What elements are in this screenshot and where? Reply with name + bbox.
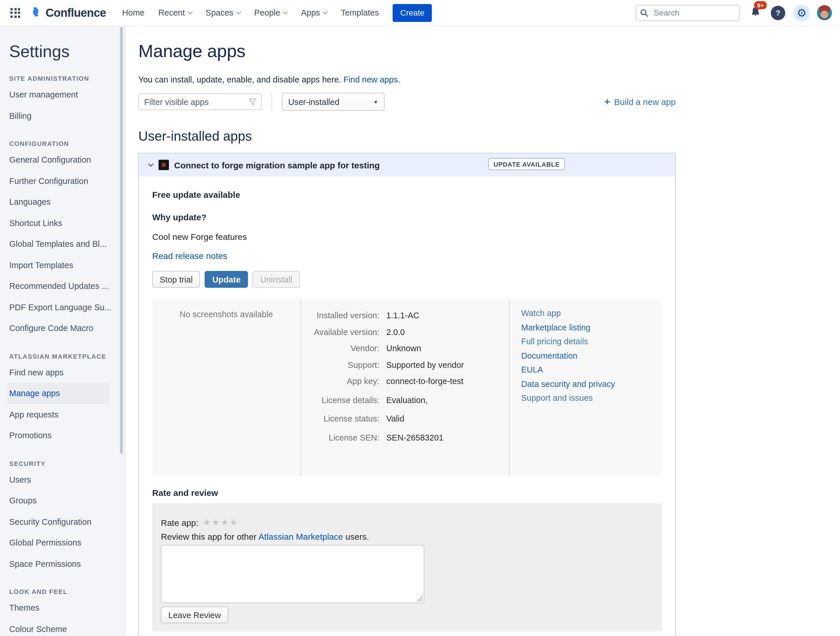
settings-sidebar: Settings Site administration User manage… [0,26,125,636]
toolbar-divider [272,93,272,110]
funnel-icon [248,98,257,106]
sidebar-item-space-permissions[interactable]: Space Permissions [9,553,125,574]
sidebar-item-recommended-updates[interactable]: Recommended Updates ... [9,276,125,297]
find-new-apps-link[interactable]: Find new apps. [344,75,400,84]
chevron-down-icon [323,9,328,14]
sidebar-item-billing[interactable]: Billing [9,105,125,126]
section-atlassian-marketplace: Atlassian Marketplace [9,353,125,360]
nav-people[interactable]: People [254,8,287,17]
primary-nav: Home Recent Spaces People Apps Templates… [122,4,432,22]
watch-app-link[interactable]: Watch app [521,308,561,318]
confluence-logo[interactable]: Confluence [29,5,106,20]
marketplace-listing-link[interactable]: Marketplace listing [521,323,591,332]
uninstall-button[interactable]: Uninstall [253,271,300,288]
review-textarea[interactable] [161,545,424,603]
notification-count-badge: 9+ [754,1,767,9]
read-release-notes-link[interactable]: Read release notes [152,251,227,260]
detail-row: Support:Supported by vendor [309,360,509,377]
app-panel-header[interactable]: ✖ Connect to forge migration sample app … [139,153,675,177]
app-action-buttons: Stop trial Update Uninstall [152,271,662,288]
nav-spaces[interactable]: Spaces [205,8,240,17]
full-pricing-details-link[interactable]: Full pricing details [521,337,588,346]
sidebar-item-further-configuration[interactable]: Further Configuration [9,170,125,191]
detail-row: Vendor:Unknown [309,344,509,360]
detail-row: Installed version:1.1.1-AC [309,311,509,327]
nav-apps[interactable]: Apps [301,8,327,17]
eula-link[interactable]: EULA [521,365,543,374]
why-update-heading: Why update? [152,212,662,222]
sidebar-item-groups[interactable]: Groups [9,490,125,511]
chevron-down-icon [283,9,288,14]
nav-home[interactable]: Home [122,8,144,17]
search-icon [640,8,649,17]
rate-app-label: Rate app: [161,518,198,527]
sidebar-item-general-configuration[interactable]: General Configuration [9,149,125,170]
chevron-down-icon [236,9,241,14]
detail-row: License status:Valid [309,414,509,431]
help-button[interactable]: ? [771,5,785,20]
sidebar-item-promotions[interactable]: Promotions [9,425,125,446]
nav-templates[interactable]: Templates [341,8,379,17]
apps-toolbar: User-installed ▼ + Build a new app [138,93,676,111]
sidebar-item-user-management[interactable]: User management [9,84,125,105]
sidebar-title: Settings [9,42,125,61]
build-new-app-link[interactable]: + Build a new app [605,96,676,107]
detail-row: License SEN:SEN-26583201 [309,433,509,449]
sidebar-item-import-templates[interactable]: Import Templates [9,254,125,276]
section-security: Security [9,460,125,467]
sidebar-item-global-templates[interactable]: Global Templates and Bl... [9,234,125,254]
sidebar-item-languages[interactable]: Languages [9,191,125,213]
stop-trial-button[interactable]: Stop trial [152,271,200,288]
question-mark-icon: ? [776,8,780,17]
confluence-admin-page: Confluence Home Recent Spaces People App… [0,0,840,636]
sidebar-scrollbar[interactable] [120,27,123,454]
page-title: Manage apps [138,41,840,62]
update-button[interactable]: Update [205,271,248,288]
leave-review-button[interactable]: Leave Review [161,607,228,623]
logo-wordmark: Confluence [46,6,106,19]
sidebar-item-themes[interactable]: Themes [9,597,125,619]
app-switcher-icon[interactable] [10,8,20,17]
screenshots-column: No screenshots available [152,299,301,476]
detail-row: License details:Evaluation, [309,395,509,412]
nav-recent[interactable]: Recent [158,8,192,17]
gear-icon: ⚙ [797,6,807,19]
plus-icon: + [605,96,610,107]
sidebar-item-security-configuration[interactable]: Security Configuration [9,511,125,532]
section-site-administration: Site administration [9,75,125,82]
section-configuration: Configuration [9,140,125,147]
notifications-button[interactable]: 9+ [750,5,762,20]
user-installed-apps-title: User-installed apps [138,129,840,144]
create-button[interactable]: Create [393,4,432,22]
support-and-issues-link[interactable]: Support and issues [521,393,593,402]
global-search [635,4,740,21]
confluence-logo-icon [29,5,46,20]
user-avatar[interactable] [817,5,832,20]
sidebar-item-pdf-export-language[interactable]: PDF Export Language Su... [9,297,125,318]
sidebar-item-global-permissions[interactable]: Global Permissions [9,532,125,553]
intro-text: You can install, update, enable, and dis… [138,75,840,84]
app-icon: ✖ [159,160,169,170]
documentation-link[interactable]: Documentation [521,351,577,360]
app-filter-select[interactable]: User-installed ▼ [282,93,385,111]
section-look-and-feel: Look and Feel [9,588,125,595]
rating-stars[interactable]: ★★★★ [203,517,239,528]
sidebar-item-shortcut-links[interactable]: Shortcut Links [9,213,125,234]
app-info-column: Installed version:1.1.1-AC Available ver… [301,299,510,476]
sidebar-item-configure-code-macro[interactable]: Configure Code Macro [9,318,125,339]
search-input[interactable] [635,4,740,21]
chevron-down-icon [188,9,193,14]
sidebar-item-find-new-apps[interactable]: Find new apps [9,362,125,383]
data-security-privacy-link[interactable]: Data security and privacy [521,379,615,388]
sidebar-item-manage-apps[interactable]: Manage apps [7,383,109,404]
update-available-badge: UPDATE AVAILABLE [488,158,565,170]
chevron-down-icon[interactable] [148,161,154,167]
main-content: Manage apps You can install, update, ena… [125,26,840,636]
settings-button[interactable]: ⚙ [793,4,810,21]
sidebar-item-app-requests[interactable]: App requests [9,404,125,425]
sidebar-item-users[interactable]: Users [9,469,125,490]
filter-apps-input[interactable] [138,93,262,110]
sidebar-item-colour-scheme[interactable]: Colour Scheme [9,619,125,636]
atlassian-marketplace-link[interactable]: Atlassian Marketplace [259,532,343,541]
review-instruction: Review this app for other Atlassian Mark… [161,532,654,541]
